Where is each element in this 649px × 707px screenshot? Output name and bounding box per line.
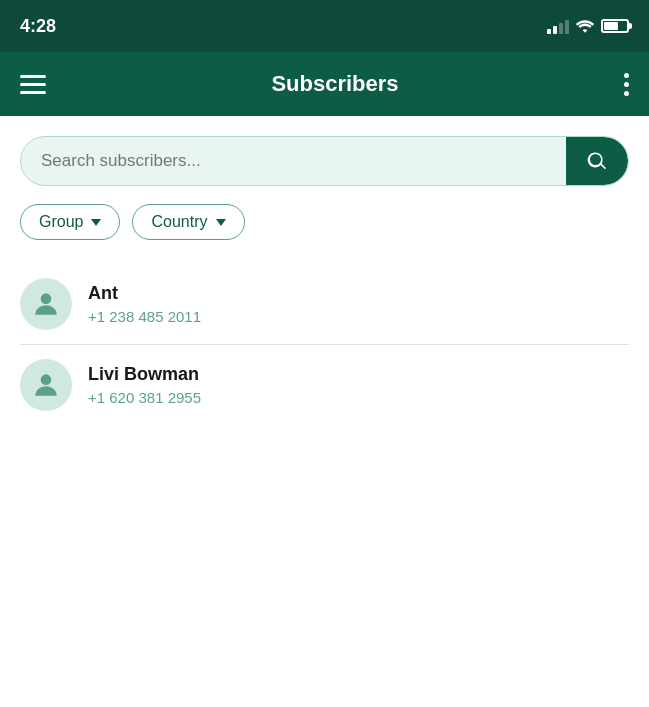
status-icons xyxy=(547,18,629,34)
avatar xyxy=(20,278,72,330)
battery-icon xyxy=(601,19,629,33)
avatar xyxy=(20,359,72,411)
subscriber-info-0: Ant +1 238 485 2011 xyxy=(88,283,201,325)
user-icon xyxy=(30,369,62,401)
country-filter-button[interactable]: Country xyxy=(132,204,244,240)
status-bar: 4:28 xyxy=(0,0,649,52)
subscriber-item-0[interactable]: Ant +1 238 485 2011 xyxy=(20,264,629,345)
country-filter-label: Country xyxy=(151,213,207,231)
subscriber-phone: +1 620 381 2955 xyxy=(88,389,201,406)
country-filter-chevron-icon xyxy=(216,219,226,226)
subscriber-name: Ant xyxy=(88,283,201,304)
subscriber-name: Livi Bowman xyxy=(88,364,201,385)
more-options-button[interactable] xyxy=(624,73,629,96)
app-header: Subscribers xyxy=(0,52,649,116)
subscriber-phone: +1 238 485 2011 xyxy=(88,308,201,325)
group-filter-label: Group xyxy=(39,213,83,231)
signal-icon xyxy=(547,18,569,34)
search-icon xyxy=(585,149,609,173)
filter-bar: Group Country xyxy=(20,204,629,240)
search-bar xyxy=(20,136,629,186)
search-button[interactable] xyxy=(566,137,628,185)
status-time: 4:28 xyxy=(20,16,56,37)
user-icon xyxy=(30,288,62,320)
wifi-icon xyxy=(575,19,595,33)
svg-point-1 xyxy=(41,374,52,385)
page-title: Subscribers xyxy=(271,71,398,97)
group-filter-button[interactable]: Group xyxy=(20,204,120,240)
main-content: Group Country Ant +1 238 485 2011 xyxy=(0,116,649,707)
subscriber-info-1: Livi Bowman +1 620 381 2955 xyxy=(88,364,201,406)
search-input[interactable] xyxy=(21,137,566,185)
group-filter-chevron-icon xyxy=(91,219,101,226)
hamburger-menu-button[interactable] xyxy=(20,75,46,94)
svg-point-0 xyxy=(41,293,52,304)
subscriber-item-1[interactable]: Livi Bowman +1 620 381 2955 xyxy=(20,345,629,425)
subscriber-list: Ant +1 238 485 2011 Livi Bowman +1 620 3… xyxy=(20,264,629,425)
